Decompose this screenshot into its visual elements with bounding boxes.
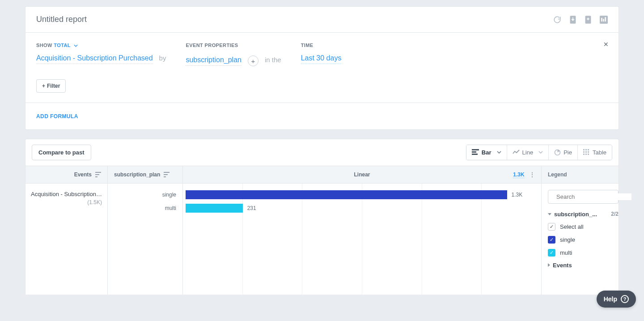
- legend-select-all[interactable]: ✓ Select all: [548, 223, 619, 231]
- dashboard-add-icon[interactable]: +: [600, 16, 608, 24]
- svg-rect-17: [583, 154, 585, 155]
- svg-rect-3: [601, 17, 602, 21]
- legend-search[interactable]: [548, 190, 619, 204]
- line-icon: [513, 150, 520, 155]
- triangle-right-icon: [548, 263, 550, 267]
- bookmark-add-icon[interactable]: [585, 16, 592, 24]
- view-table-label: Table: [593, 149, 606, 156]
- help-icon: ?: [621, 295, 629, 303]
- legend-item-label: single: [560, 236, 575, 243]
- svg-rect-24: [164, 174, 168, 175]
- chart-bar-row[interactable]: 231: [186, 201, 535, 215]
- svg-rect-25: [164, 176, 166, 177]
- svg-rect-16: [588, 151, 589, 153]
- svg-rect-7: [472, 149, 479, 150]
- legend-events-group[interactable]: Events: [548, 262, 619, 269]
- legend-item[interactable]: ✓ multi: [548, 249, 619, 257]
- chevron-down-icon: [74, 44, 78, 47]
- scale-max-link[interactable]: 1.3K: [513, 171, 524, 178]
- checkbox-checked-icon: ✓: [548, 223, 555, 231]
- close-icon[interactable]: ✕: [603, 41, 609, 48]
- legend-item[interactable]: ✓ single: [548, 236, 619, 244]
- show-label-value: TOTAL: [54, 43, 70, 48]
- bars-column: 1.3K 231: [183, 184, 542, 295]
- chevron-down-icon: [497, 151, 501, 154]
- legend-group-count: 2/2: [611, 211, 619, 217]
- svg-rect-12: [585, 149, 587, 150]
- chart-table-head: Events subscription_plan Linear 1.3K ⋮: [25, 166, 619, 184]
- view-bar-label: Bar: [482, 149, 491, 156]
- view-pie-button[interactable]: Pie: [548, 145, 577, 160]
- event-properties-label: EVENT PROPERTIES: [186, 43, 281, 48]
- event-token[interactable]: Acquisition - Subscription Purchased: [36, 54, 153, 64]
- legend-events-group-label: Events: [553, 262, 572, 269]
- property-column: single multi: [108, 184, 183, 295]
- th-linear-label: Linear: [354, 171, 370, 178]
- view-switch: Bar Line Pie Table: [466, 145, 612, 160]
- view-table-button[interactable]: Table: [577, 145, 612, 160]
- property-token[interactable]: subscription_plan: [186, 56, 242, 66]
- legend-group-header[interactable]: subscription_... 2/2: [548, 211, 619, 218]
- report-title[interactable]: Untitled report: [36, 15, 87, 24]
- legend-column: subscription_... 2/2 ✓ Select all ✓ sing…: [542, 184, 619, 295]
- chart-category-label: single: [108, 188, 176, 201]
- report-builder-card: Untitled report + ✕: [25, 6, 619, 130]
- chart-bar-value: 1.3K: [512, 192, 523, 198]
- chart-bar: [186, 204, 243, 213]
- svg-rect-8: [472, 151, 476, 153]
- svg-rect-11: [583, 149, 585, 150]
- sort-icon: [164, 172, 169, 177]
- svg-rect-14: [583, 151, 585, 153]
- svg-rect-22: [95, 176, 97, 177]
- svg-text:+: +: [607, 21, 608, 24]
- legend-select-all-label: Select all: [560, 223, 584, 230]
- svg-rect-18: [585, 154, 587, 155]
- download-icon[interactable]: [569, 16, 576, 24]
- svg-rect-9: [472, 154, 478, 155]
- show-column: SHOW TOTAL Acquisition - Subscription Pu…: [36, 43, 166, 64]
- view-bar-button[interactable]: Bar: [466, 145, 507, 160]
- chart-body: Acquisition - Subscription ... (1.5K) si…: [25, 184, 619, 295]
- chart-category-label: multi: [108, 201, 176, 215]
- checkbox-checked-icon: ✓: [548, 249, 555, 257]
- header-actions: +: [553, 16, 608, 24]
- svg-rect-20: [95, 172, 101, 173]
- add-formula-button[interactable]: ADD FORMULA: [36, 113, 78, 120]
- view-line-label: Line: [522, 149, 534, 156]
- chart-bar: [186, 190, 507, 199]
- filter-button-label: Filter: [47, 83, 60, 89]
- add-filter-button[interactable]: + Filter: [36, 79, 66, 93]
- triangle-down-icon: [548, 213, 551, 215]
- th-property[interactable]: subscription_plan: [108, 166, 183, 183]
- add-property-button[interactable]: +: [248, 56, 258, 66]
- help-button[interactable]: Help ?: [597, 291, 636, 308]
- legend-item-label: multi: [560, 249, 572, 256]
- checkbox-checked-icon: ✓: [548, 236, 555, 244]
- kebab-icon[interactable]: ⋮: [530, 171, 535, 178]
- refresh-icon[interactable]: [553, 16, 561, 24]
- time-label: TIME: [301, 43, 342, 48]
- view-pie-label: Pie: [564, 149, 572, 156]
- th-events-label: Events: [74, 171, 92, 178]
- time-token[interactable]: Last 30 days: [301, 54, 342, 64]
- chart-card: Compare to past Bar Line Pie: [25, 139, 619, 295]
- view-line-button[interactable]: Line: [507, 145, 549, 160]
- chart-bar-value: 231: [247, 205, 256, 211]
- show-label-prefix: SHOW: [36, 43, 52, 48]
- th-property-label: subscription_plan: [114, 171, 160, 178]
- th-events[interactable]: Events: [25, 166, 108, 183]
- compare-button[interactable]: Compare to past: [32, 145, 91, 160]
- legend-search-input[interactable]: [556, 193, 631, 200]
- table-icon: [583, 149, 590, 155]
- svg-rect-4: [603, 19, 604, 21]
- event-row-name[interactable]: Acquisition - Subscription ...: [31, 191, 102, 197]
- chevron-down-icon: [538, 151, 543, 154]
- legend-group-name: subscription_...: [554, 211, 608, 218]
- show-label[interactable]: SHOW TOTAL: [36, 43, 166, 48]
- chart-bar-row[interactable]: 1.3K: [186, 188, 535, 201]
- report-header: Untitled report +: [25, 7, 619, 33]
- th-legend: Legend: [542, 166, 619, 183]
- svg-rect-15: [585, 151, 587, 153]
- svg-rect-23: [164, 172, 169, 173]
- th-linear: Linear 1.3K ⋮: [183, 166, 542, 183]
